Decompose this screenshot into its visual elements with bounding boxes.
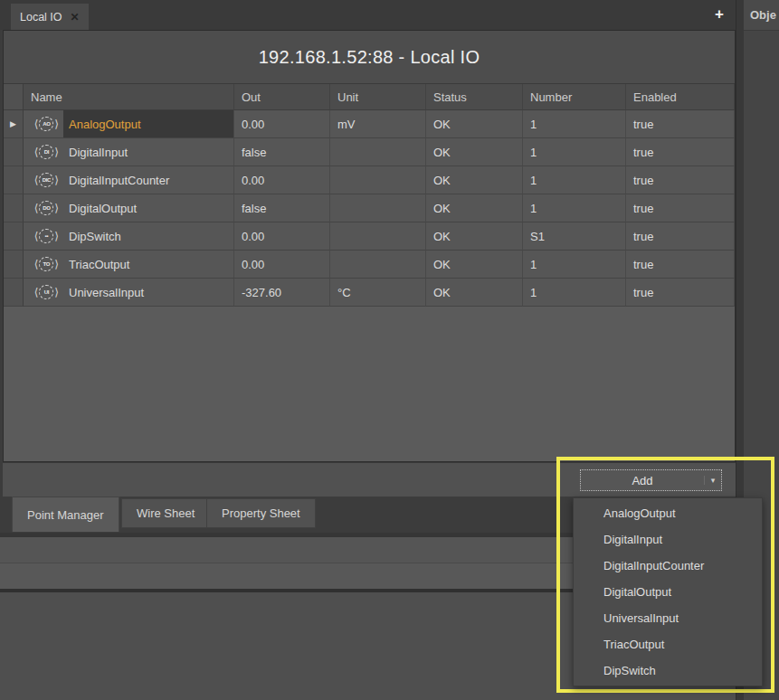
header-gutter	[4, 84, 24, 110]
cell-status[interactable]: OK	[426, 222, 523, 251]
table-row[interactable]: DO DigitalOutput false OK 1 true	[4, 194, 735, 222]
menu-item-triac-output[interactable]: TriacOutput	[574, 631, 762, 657]
digital-input-icon: DI	[34, 145, 59, 159]
column-header-enabled[interactable]: Enabled	[626, 84, 735, 110]
cell-number[interactable]: 1	[523, 110, 626, 138]
cell-status[interactable]: OK	[426, 138, 523, 166]
triac-output-icon: TO	[34, 257, 59, 271]
column-header-name[interactable]: Name	[24, 84, 234, 110]
cell-out[interactable]: 0.00	[234, 222, 330, 251]
table-row[interactable]: ▶ AO AnalogOutput 0.00 mV OK 1 true	[4, 110, 735, 138]
cell-out[interactable]: 0.00	[234, 110, 330, 138]
table-row[interactable]: DIC DigitalInputCounter 0.00 OK 1 true	[4, 166, 735, 194]
tab-wire-sheet[interactable]: Wire Sheet	[121, 498, 210, 528]
cell-number[interactable]: 1	[523, 166, 626, 194]
row-selected-arrow-icon: ▶	[10, 119, 16, 128]
cell-out[interactable]: false	[234, 194, 330, 222]
cell-number[interactable]: 1	[523, 138, 626, 166]
cell-enabled[interactable]: true	[626, 166, 735, 194]
row-selector-cell	[4, 222, 24, 251]
column-header-status[interactable]: Status	[426, 84, 523, 110]
column-header-number[interactable]: Number	[523, 84, 626, 110]
menu-item-universal-input[interactable]: UniversalInput	[574, 605, 762, 631]
column-header-unit[interactable]: Unit	[330, 84, 426, 110]
cell-enabled[interactable]: true	[626, 194, 735, 222]
close-icon[interactable]: ✕	[71, 11, 80, 24]
point-name[interactable]: DigitalInput	[63, 138, 233, 166]
cell-unit[interactable]	[330, 251, 426, 279]
cell-enabled[interactable]: true	[626, 251, 735, 279]
cell-out[interactable]: false	[234, 138, 330, 166]
table-row[interactable]: UI UniversalInput -327.60 °C OK 1 true	[4, 279, 735, 307]
row-selector-cell	[4, 138, 24, 166]
cell-name[interactable]: DO DigitalOutput	[24, 194, 234, 222]
table-row[interactable]: ▪▪ DipSwitch 0.00 OK S1 true	[4, 222, 735, 251]
point-name[interactable]: UniversalInput	[63, 279, 233, 306]
cell-status[interactable]: OK	[426, 251, 523, 279]
row-selector-cell	[4, 194, 24, 222]
cell-name[interactable]: AO AnalogOutput	[24, 110, 234, 138]
cell-unit[interactable]	[330, 166, 426, 194]
cell-name[interactable]: DI DigitalInput	[24, 138, 234, 166]
cell-status[interactable]: OK	[426, 194, 523, 222]
row-selector-cell	[4, 279, 24, 307]
tab-label: Local IO	[20, 11, 62, 24]
dip-switch-icon: ▪▪	[34, 229, 59, 243]
row-selector-cell	[4, 251, 24, 279]
cell-status[interactable]: OK	[426, 110, 523, 138]
cell-unit[interactable]	[330, 222, 426, 251]
add-button-label: Add	[581, 474, 704, 487]
object-panel-header: Obje	[744, 0, 779, 31]
cell-name[interactable]: UI UniversalInput	[24, 279, 234, 307]
tab-property-sheet[interactable]: Property Sheet	[206, 498, 316, 528]
point-name[interactable]: DigitalInputCounter	[63, 166, 233, 194]
cell-number[interactable]: 1	[523, 194, 626, 222]
point-name[interactable]: AnalogOutput	[63, 110, 233, 137]
tab-local-io[interactable]: Local IO ✕	[11, 4, 89, 30]
table-row[interactable]: DI DigitalInput false OK 1 true	[4, 138, 735, 166]
point-name[interactable]: DigitalOutput	[63, 194, 233, 222]
cell-number[interactable]: 1	[523, 251, 626, 279]
cell-out[interactable]: 0.00	[234, 166, 330, 194]
row-selector-cell	[4, 166, 24, 194]
cell-unit[interactable]: mV	[330, 110, 426, 138]
plus-icon: +	[715, 5, 724, 24]
cell-enabled[interactable]: true	[626, 279, 735, 307]
point-name[interactable]: DipSwitch	[63, 222, 233, 250]
cell-enabled[interactable]: true	[626, 110, 735, 138]
add-button[interactable]: Add ▾	[580, 469, 722, 491]
new-tab-button[interactable]: +	[708, 3, 731, 26]
menu-item-dip-switch[interactable]: DipSwitch	[574, 657, 762, 684]
cell-enabled[interactable]: true	[626, 222, 735, 251]
cell-unit[interactable]	[330, 138, 426, 166]
title-bar: 192.168.1.52:88 - Local IO	[4, 31, 735, 84]
digital-output-icon: DO	[34, 201, 59, 215]
cell-name[interactable]: DIC DigitalInputCounter	[24, 166, 234, 194]
row-selector-cell: ▶	[4, 110, 24, 138]
add-dropdown-menu: AnalogOutput DigitalInput DigitalInputCo…	[573, 497, 763, 686]
cell-status[interactable]: OK	[426, 166, 523, 194]
universal-input-icon: UI	[34, 285, 59, 299]
cell-unit[interactable]	[330, 194, 426, 222]
cell-name[interactable]: TO TriacOutput	[24, 251, 234, 279]
menu-item-digital-input[interactable]: DigitalInput	[574, 526, 762, 553]
menu-item-digital-output[interactable]: DigitalOutput	[574, 579, 762, 605]
cell-unit[interactable]: °C	[330, 279, 426, 307]
digital-input-counter-icon: DIC	[34, 173, 59, 187]
cell-status[interactable]: OK	[426, 279, 523, 307]
column-header-out[interactable]: Out	[234, 84, 330, 110]
cell-name[interactable]: ▪▪ DipSwitch	[24, 222, 234, 251]
cell-out[interactable]: 0.00	[234, 251, 330, 279]
point-name[interactable]: TriacOutput	[63, 251, 233, 278]
menu-item-digital-input-counter[interactable]: DigitalInputCounter	[574, 553, 762, 579]
menu-item-analog-output[interactable]: AnalogOutput	[574, 500, 762, 526]
cell-out[interactable]: -327.60	[234, 279, 330, 307]
point-manager-panel: 192.168.1.52:88 - Local IO Name Out Unit…	[3, 30, 736, 462]
tab-point-manager[interactable]: Point Manager	[12, 497, 119, 532]
app-window: Local IO ✕ + Obje 192.168.1.52:88 - Loca…	[0, 0, 779, 700]
cell-number[interactable]: S1	[523, 222, 626, 251]
cell-enabled[interactable]: true	[626, 138, 735, 166]
cell-number[interactable]: 1	[523, 279, 626, 307]
table-row[interactable]: TO TriacOutput 0.00 OK 1 true	[4, 251, 735, 279]
page-title: 192.168.1.52:88 - Local IO	[259, 47, 480, 68]
